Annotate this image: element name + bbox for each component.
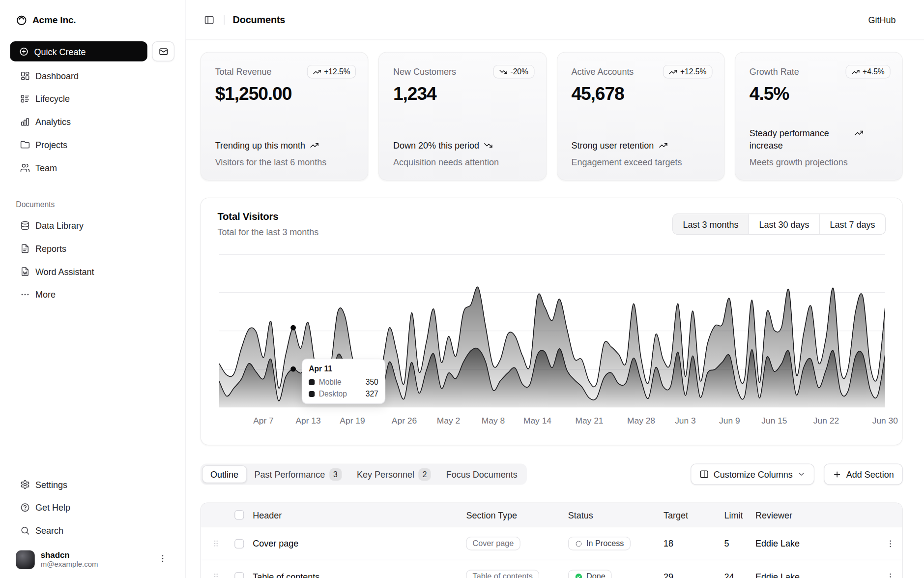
drag-handle[interactable]	[201, 539, 231, 548]
section-type-badge: Cover page	[466, 537, 520, 550]
main: Documents GitHub Total Revenue +12.5%	[186, 0, 924, 578]
tabs-list: Outline Past Performance 3 Key Personnel…	[201, 463, 527, 485]
tab-focus-documents[interactable]: Focus Documents	[438, 465, 525, 483]
trend-badge: +4.5%	[845, 65, 890, 79]
page-title: Documents	[233, 14, 286, 26]
sidebar-item-get-help[interactable]: Get Help	[9, 498, 175, 517]
sidebar-item-label: More	[35, 289, 56, 299]
sidebar-item-reports[interactable]: Reports	[9, 239, 175, 258]
user-menu[interactable]: shadcn m@example.com	[0, 545, 185, 578]
sidebar-item-projects[interactable]: Projects	[9, 135, 175, 154]
tab-key-personnel[interactable]: Key Personnel 2	[349, 465, 439, 483]
stat-value: $1,250.00	[215, 83, 354, 104]
row-actions-button[interactable]	[877, 572, 903, 578]
trend-badge: +12.5%	[307, 65, 356, 79]
folder-icon	[20, 140, 30, 150]
columns-icon	[699, 469, 709, 479]
card-active-accounts: Active Accounts +12.5% 45,678 Strong use…	[556, 52, 724, 181]
brand-row[interactable]: Acme Inc.	[0, 0, 185, 35]
sidebar-item-lifecycle[interactable]: Lifecycle	[9, 89, 175, 108]
list-details-icon	[20, 93, 30, 103]
loader-icon	[575, 539, 583, 548]
sidebar-item-label: Data Library	[35, 220, 84, 230]
tooltip-date: Apr 11	[309, 365, 378, 373]
stat-footer-sub: Acquisition needs attention	[393, 157, 532, 167]
user-email: m@example.com	[41, 560, 98, 570]
stat-footer-text: Strong user retention	[571, 139, 654, 152]
range-last-3-months[interactable]: Last 3 months	[673, 214, 749, 234]
column-header: Reviewer	[751, 510, 877, 520]
drag-handle[interactable]	[201, 572, 231, 578]
logo-icon	[16, 14, 27, 26]
gear-icon	[20, 480, 30, 489]
customize-columns-button[interactable]: Customize Columns	[691, 463, 814, 485]
row-header-cell[interactable]: Table of contents	[248, 572, 462, 578]
dots-vertical-icon[interactable]	[158, 554, 167, 566]
row-actions-button[interactable]	[877, 539, 903, 548]
github-link[interactable]: GitHub	[868, 15, 895, 25]
limit-cell[interactable]: 5	[720, 539, 751, 548]
reviewer-cell[interactable]: Eddie Lake	[751, 572, 877, 578]
quick-create-label: Quick Create	[34, 46, 86, 56]
dots-icon	[20, 289, 30, 299]
trending-up-icon	[659, 141, 667, 150]
section-type-badge: Table of contents	[466, 570, 539, 578]
range-last-30-days[interactable]: Last 30 days	[749, 214, 819, 234]
range-last-7-days[interactable]: Last 7 days	[819, 214, 885, 234]
tab-past-performance[interactable]: Past Performance 3	[247, 465, 349, 483]
sidebar: Acme Inc. Quick Create	[0, 0, 186, 578]
column-header: Section Type	[462, 510, 563, 520]
target-cell[interactable]: 18	[659, 539, 719, 548]
dots-vertical-icon	[885, 572, 895, 578]
sidebar-item-data-library[interactable]: Data Library	[9, 216, 175, 235]
sidebar-item-team[interactable]: Team	[9, 158, 175, 177]
row-header-cell[interactable]: Cover page	[248, 539, 462, 548]
table-header-row: Header Section Type Status Target Limit …	[201, 503, 902, 527]
circle-plus-icon	[19, 46, 29, 56]
visitors-chart-card: Total Visitors Total for the last 3 mont…	[201, 198, 903, 446]
column-header: Header	[248, 510, 462, 520]
column-header: Status	[563, 510, 659, 520]
sidebar-toggle-button[interactable]	[201, 11, 218, 29]
stat-value: 4.5%	[750, 83, 888, 104]
sidebar-item-settings[interactable]: Settings	[9, 475, 175, 494]
sidebar-item-dashboard[interactable]: Dashboard	[9, 66, 175, 85]
sidebar-item-label: Lifecycle	[35, 93, 70, 103]
avatar	[16, 550, 34, 569]
mobile-swatch	[309, 379, 315, 385]
stat-footer-text: Down 20% this period	[393, 139, 479, 152]
limit-cell[interactable]: 24	[720, 572, 751, 578]
select-all-checkbox[interactable]	[234, 510, 244, 519]
plus-icon	[833, 470, 841, 479]
mail-icon	[158, 46, 168, 56]
tab-outline[interactable]: Outline	[202, 465, 247, 483]
add-section-button[interactable]: Add Section	[824, 463, 903, 485]
card-growth-rate: Growth Rate +4.5% 4.5% Steady performanc…	[735, 52, 903, 181]
sidebar-item-analytics[interactable]: Analytics	[9, 112, 175, 131]
stat-footer-text: Trending up this month	[215, 139, 305, 152]
target-cell[interactable]: 29	[659, 572, 719, 578]
sidebar-item-search[interactable]: Search	[9, 521, 175, 540]
reviewer-cell[interactable]: Eddie Lake	[751, 539, 877, 548]
active-point-mobile	[290, 325, 296, 331]
quick-create-button[interactable]: Quick Create	[10, 41, 147, 61]
main-nav: Dashboard Lifecycle Anal	[0, 66, 185, 181]
inbox-button[interactable]	[152, 41, 174, 61]
stat-footer-sub: Meets growth projections	[750, 157, 888, 167]
row-checkbox[interactable]	[234, 539, 244, 548]
x-axis-labels: Apr 7Apr 13Apr 19Apr 26May 2May 8May 14M…	[201, 416, 902, 427]
sidebar-item-label: Search	[35, 526, 63, 536]
help-circle-icon	[20, 503, 30, 513]
sidebar-item-more[interactable]: More	[9, 285, 175, 304]
status-badge: Done	[568, 570, 612, 578]
sidebar-item-word-assistant[interactable]: Word Assistant	[9, 262, 175, 280]
row-checkbox[interactable]	[234, 572, 244, 578]
dots-vertical-icon	[885, 539, 895, 548]
count-badge: 2	[418, 468, 431, 480]
sidebar-item-label: Settings	[35, 480, 67, 489]
table-toolbar: Outline Past Performance 3 Key Personnel…	[201, 463, 903, 485]
trending-up-icon	[854, 128, 863, 137]
chevron-down-icon	[797, 470, 806, 479]
sidebar-item-label: Get Help	[35, 503, 70, 513]
table-row: Cover page Cover page In Process 18 5 Ed…	[201, 527, 902, 560]
